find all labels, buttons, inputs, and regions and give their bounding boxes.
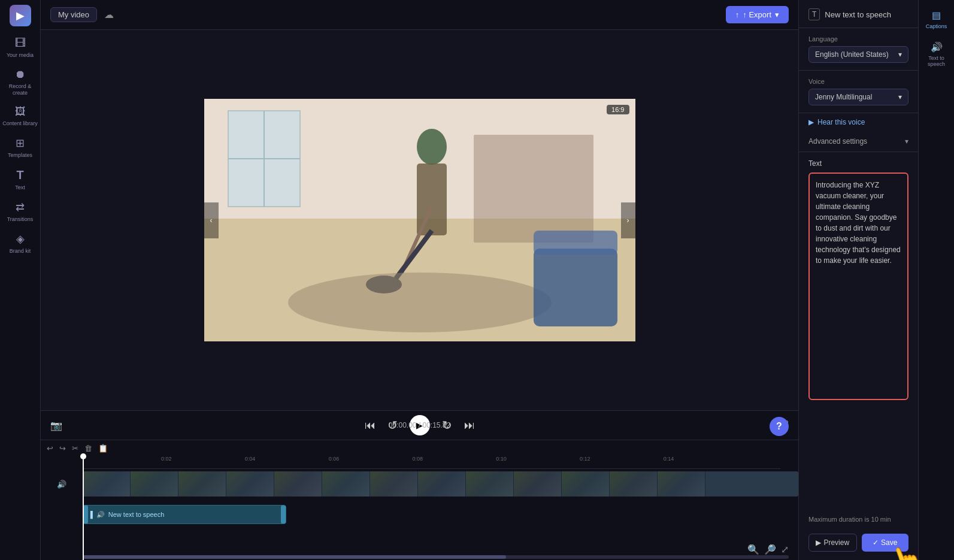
tts-track-row: ▐ 🔊 New text to speech — [41, 500, 798, 526]
app-logo: ▶ — [10, 5, 31, 26]
sidebar-item-label-your-media: Your media — [7, 52, 34, 59]
redo-icon[interactable]: ↪ — [59, 444, 66, 453]
voice-select[interactable]: Jenny Multilingual ▾ — [808, 89, 908, 105]
advanced-settings-chevron-icon: ▾ — [905, 137, 908, 146]
help-button[interactable]: ? — [770, 417, 789, 436]
video-track-row: 🔊 — [41, 469, 798, 499]
rewind-button[interactable]: ↺ — [387, 418, 398, 432]
tts-tab-label: Text to speech — [921, 55, 952, 67]
export-chevron-icon: ▾ — [775, 10, 779, 19]
text-section-label: Text — [808, 159, 908, 168]
sidebar: ▶ 🎞 Your media ⏺ Record & create 🖼 Conte… — [0, 0, 41, 560]
video-left-arrow[interactable]: ‹ — [204, 202, 219, 238]
advanced-settings-toggle[interactable]: Advanced settings ▾ — [799, 131, 918, 152]
tts-track-content[interactable]: ▐ 🔊 New text to speech — [83, 500, 798, 526]
ruler-mark-02: 0:02 — [161, 456, 172, 462]
export-button[interactable]: ↑ ↑ Export ▾ — [726, 6, 789, 23]
timeline-scrollbar[interactable] — [83, 555, 789, 559]
ruler-mark-14: 0:14 — [664, 456, 674, 462]
your-media-icon: 🎞 — [15, 37, 26, 50]
video-track-handle: 🔊 — [41, 480, 83, 489]
sidebar-item-templates[interactable]: ⊞ Templates — [0, 132, 40, 164]
play-button[interactable]: ▶ — [410, 415, 430, 435]
project-title[interactable]: My video — [50, 7, 97, 22]
scrollbar-thumb — [83, 555, 506, 559]
save-button[interactable]: ✓ Save — [862, 534, 909, 552]
ruler-mark-04: 0:04 — [245, 456, 256, 462]
language-value: English (United States) — [815, 50, 889, 59]
captions-label: Captions — [926, 23, 947, 29]
svg-point-11 — [288, 273, 552, 332]
video-right-arrow[interactable]: › — [621, 202, 635, 238]
save-check-icon: ✓ — [873, 538, 879, 547]
captions-tab[interactable]: ▤ Captions — [919, 5, 954, 34]
svg-rect-13 — [534, 231, 617, 255]
captions-icon: ▤ — [932, 10, 941, 21]
tts-handle-right[interactable] — [281, 505, 286, 523]
left-controls: 📷 — [50, 420, 62, 431]
advanced-settings-label: Advanced settings — [808, 137, 867, 146]
tts-handle-left[interactable] — [83, 505, 88, 523]
skip-back-button[interactable]: ⏮ — [365, 419, 375, 432]
timeline-ruler: 0:02 0:04 0:06 0:08 0:10 0:12 0:14 — [83, 456, 780, 469]
sidebar-item-label-brand-kit: Brand kit — [10, 248, 31, 255]
language-chevron-icon: ▾ — [898, 50, 902, 59]
logo-icon: ▶ — [16, 9, 25, 22]
video-scene — [204, 99, 635, 341]
brand-kit-icon: ◈ — [16, 232, 25, 246]
sidebar-item-your-media[interactable]: 🎞 Your media — [0, 32, 40, 63]
video-preview: 16:9 ‹ › — [204, 99, 635, 341]
text-area-wrapper: Introducing the XYZ vacuum cleaner, your… — [808, 172, 908, 400]
text-icon: T — [16, 168, 23, 182]
tts-panel: T New text to speech Language English (U… — [798, 0, 918, 560]
timeline-toolbar: ↩ ↪ ✂ 🗑 📋 — [41, 440, 114, 456]
record-create-icon: ⏺ — [15, 68, 26, 81]
aspect-ratio-badge: 16:9 — [607, 105, 629, 114]
tts-tab-icon: 🔊 — [931, 41, 943, 53]
camera-icon[interactable]: 📷 — [50, 420, 62, 431]
undo-icon[interactable]: ↩ — [47, 444, 53, 453]
sidebar-item-record-create[interactable]: ⏺ Record & create — [0, 63, 40, 101]
forward-button[interactable]: ↻ — [442, 418, 452, 432]
sidebar-item-label-transitions: Transitions — [7, 216, 34, 223]
tts-play-icon: ▐ — [88, 511, 93, 518]
sidebar-item-content-library[interactable]: 🖼 Content library — [0, 101, 40, 132]
max-duration-info: Maximum duration is 10 min — [799, 511, 918, 528]
language-label: Language — [808, 35, 908, 43]
ruler-mark-12: 0:12 — [580, 456, 590, 462]
ruler-mark-10: 0:10 — [496, 456, 507, 462]
zoom-in-button[interactable]: 🔎 — [764, 544, 776, 555]
sidebar-item-transitions[interactable]: ⇄ Transitions — [0, 196, 40, 228]
zoom-out-button[interactable]: 🔍 — [747, 544, 759, 555]
cloud-icon: ☁ — [104, 9, 114, 20]
duplicate-icon[interactable]: 📋 — [98, 444, 108, 453]
zoom-controls: 🔍 🔎 ⤢ — [747, 544, 789, 555]
cut-icon[interactable]: ✂ — [72, 444, 78, 453]
ruler-mark-06: 0:06 — [329, 456, 340, 462]
delete-icon[interactable]: 🗑 — [84, 444, 92, 453]
tts-actions: ▶ Preview ✓ Save 👆 — [799, 528, 918, 560]
tts-header-title: New text to speech — [825, 10, 891, 19]
language-select[interactable]: English (United States) ▾ — [808, 46, 908, 63]
tts-text-area[interactable]: Introducing the XYZ vacuum cleaner, your… — [810, 174, 907, 399]
playback-controls: 📷 ⏮ ↺ ▶ ↻ ⏭ ⛶ 00:00.00 / 00:15.82 ? — [41, 410, 798, 440]
hear-voice-play-icon: ▶ — [808, 118, 814, 126]
hear-this-voice-button[interactable]: ▶ Hear this voice — [799, 113, 918, 131]
tts-voice-section: Voice Jenny Multilingual ▾ — [799, 71, 918, 113]
video-track-content[interactable] — [83, 469, 798, 499]
voice-chevron-icon: ▾ — [898, 93, 902, 101]
tts-header-icon: T — [808, 8, 820, 20]
preview-button[interactable]: ▶ Preview — [808, 534, 857, 552]
transitions-icon: ⇄ — [16, 201, 25, 214]
skip-forward-button[interactable]: ⏭ — [464, 419, 475, 432]
tts-audio-icon: 🔊 — [96, 511, 105, 519]
captions-sidebar: ▤ Captions 🔊 Text to speech — [918, 0, 954, 560]
timeline-expand-button[interactable]: ⤢ — [781, 544, 789, 555]
tts-track-bar[interactable]: ▐ 🔊 New text to speech — [83, 505, 286, 524]
sidebar-item-text[interactable]: T Text — [0, 164, 40, 196]
sidebar-item-brand-kit[interactable]: ◈ Brand kit — [0, 228, 40, 259]
text-to-speech-tab[interactable]: 🔊 Text to speech — [919, 37, 954, 72]
export-label: ↑ Export — [743, 10, 771, 19]
hear-voice-label: Hear this voice — [817, 118, 865, 126]
sidebar-item-label-content-library: Content library — [2, 120, 38, 127]
